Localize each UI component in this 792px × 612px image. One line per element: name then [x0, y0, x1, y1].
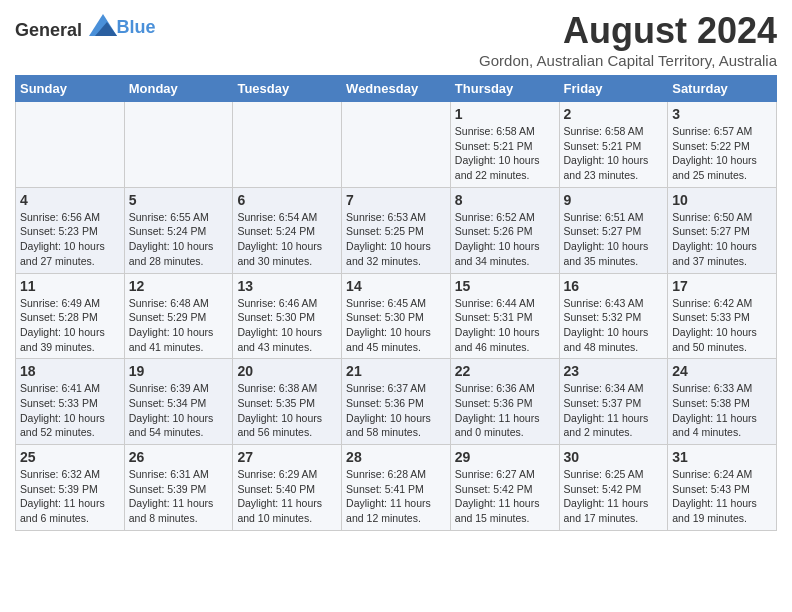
cell-info: Sunrise: 6:27 AM Sunset: 5:42 PM Dayligh… — [455, 467, 555, 526]
calendar-cell: 24Sunrise: 6:33 AM Sunset: 5:38 PM Dayli… — [668, 359, 777, 445]
cell-info: Sunrise: 6:56 AM Sunset: 5:23 PM Dayligh… — [20, 210, 120, 269]
day-of-week-header: Wednesday — [342, 76, 451, 102]
calendar-cell: 14Sunrise: 6:45 AM Sunset: 5:30 PM Dayli… — [342, 273, 451, 359]
cell-info: Sunrise: 6:32 AM Sunset: 5:39 PM Dayligh… — [20, 467, 120, 526]
cell-info: Sunrise: 6:34 AM Sunset: 5:37 PM Dayligh… — [564, 381, 664, 440]
cell-info: Sunrise: 6:24 AM Sunset: 5:43 PM Dayligh… — [672, 467, 772, 526]
cell-info: Sunrise: 6:42 AM Sunset: 5:33 PM Dayligh… — [672, 296, 772, 355]
calendar-cell: 23Sunrise: 6:34 AM Sunset: 5:37 PM Dayli… — [559, 359, 668, 445]
cell-info: Sunrise: 6:51 AM Sunset: 5:27 PM Dayligh… — [564, 210, 664, 269]
calendar-cell: 31Sunrise: 6:24 AM Sunset: 5:43 PM Dayli… — [668, 445, 777, 531]
day-of-week-header: Sunday — [16, 76, 125, 102]
cell-info: Sunrise: 6:25 AM Sunset: 5:42 PM Dayligh… — [564, 467, 664, 526]
calendar-cell — [233, 102, 342, 188]
calendar-cell: 17Sunrise: 6:42 AM Sunset: 5:33 PM Dayli… — [668, 273, 777, 359]
calendar-cell: 29Sunrise: 6:27 AM Sunset: 5:42 PM Dayli… — [450, 445, 559, 531]
calendar-cell: 9Sunrise: 6:51 AM Sunset: 5:27 PM Daylig… — [559, 187, 668, 273]
month-year: August 2024 — [479, 10, 777, 52]
day-number: 12 — [129, 278, 229, 294]
day-number: 27 — [237, 449, 337, 465]
calendar-week-row: 25Sunrise: 6:32 AM Sunset: 5:39 PM Dayli… — [16, 445, 777, 531]
logo-blue: Blue — [117, 17, 156, 37]
day-number: 15 — [455, 278, 555, 294]
cell-info: Sunrise: 6:48 AM Sunset: 5:29 PM Dayligh… — [129, 296, 229, 355]
day-number: 8 — [455, 192, 555, 208]
day-of-week-header: Tuesday — [233, 76, 342, 102]
calendar-cell: 25Sunrise: 6:32 AM Sunset: 5:39 PM Dayli… — [16, 445, 125, 531]
logo-icon — [89, 14, 117, 36]
day-number: 22 — [455, 363, 555, 379]
calendar-cell: 10Sunrise: 6:50 AM Sunset: 5:27 PM Dayli… — [668, 187, 777, 273]
day-of-week-header: Thursday — [450, 76, 559, 102]
day-number: 6 — [237, 192, 337, 208]
calendar-cell: 3Sunrise: 6:57 AM Sunset: 5:22 PM Daylig… — [668, 102, 777, 188]
day-number: 17 — [672, 278, 772, 294]
calendar-cell: 2Sunrise: 6:58 AM Sunset: 5:21 PM Daylig… — [559, 102, 668, 188]
day-number: 25 — [20, 449, 120, 465]
day-number: 30 — [564, 449, 664, 465]
cell-info: Sunrise: 6:36 AM Sunset: 5:36 PM Dayligh… — [455, 381, 555, 440]
day-number: 23 — [564, 363, 664, 379]
cell-info: Sunrise: 6:46 AM Sunset: 5:30 PM Dayligh… — [237, 296, 337, 355]
calendar-cell: 7Sunrise: 6:53 AM Sunset: 5:25 PM Daylig… — [342, 187, 451, 273]
day-number: 4 — [20, 192, 120, 208]
logo-general: General — [15, 20, 82, 40]
cell-info: Sunrise: 6:53 AM Sunset: 5:25 PM Dayligh… — [346, 210, 446, 269]
title-area: August 2024 Gordon, Australian Capital T… — [479, 10, 777, 69]
day-number: 10 — [672, 192, 772, 208]
header: General Blue August 2024 Gordon, Austral… — [15, 10, 777, 69]
day-number: 13 — [237, 278, 337, 294]
day-number: 20 — [237, 363, 337, 379]
day-number: 9 — [564, 192, 664, 208]
cell-info: Sunrise: 6:54 AM Sunset: 5:24 PM Dayligh… — [237, 210, 337, 269]
calendar-cell: 13Sunrise: 6:46 AM Sunset: 5:30 PM Dayli… — [233, 273, 342, 359]
calendar-cell: 27Sunrise: 6:29 AM Sunset: 5:40 PM Dayli… — [233, 445, 342, 531]
calendar-cell: 16Sunrise: 6:43 AM Sunset: 5:32 PM Dayli… — [559, 273, 668, 359]
cell-info: Sunrise: 6:57 AM Sunset: 5:22 PM Dayligh… — [672, 124, 772, 183]
cell-info: Sunrise: 6:39 AM Sunset: 5:34 PM Dayligh… — [129, 381, 229, 440]
day-number: 2 — [564, 106, 664, 122]
calendar-cell: 21Sunrise: 6:37 AM Sunset: 5:36 PM Dayli… — [342, 359, 451, 445]
calendar-cell: 28Sunrise: 6:28 AM Sunset: 5:41 PM Dayli… — [342, 445, 451, 531]
calendar-table: SundayMondayTuesdayWednesdayThursdayFrid… — [15, 75, 777, 531]
day-number: 29 — [455, 449, 555, 465]
day-of-week-header: Friday — [559, 76, 668, 102]
cell-info: Sunrise: 6:31 AM Sunset: 5:39 PM Dayligh… — [129, 467, 229, 526]
cell-info: Sunrise: 6:44 AM Sunset: 5:31 PM Dayligh… — [455, 296, 555, 355]
calendar-cell: 26Sunrise: 6:31 AM Sunset: 5:39 PM Dayli… — [124, 445, 233, 531]
calendar-cell: 6Sunrise: 6:54 AM Sunset: 5:24 PM Daylig… — [233, 187, 342, 273]
day-number: 7 — [346, 192, 446, 208]
calendar-cell: 22Sunrise: 6:36 AM Sunset: 5:36 PM Dayli… — [450, 359, 559, 445]
day-number: 5 — [129, 192, 229, 208]
calendar-cell: 8Sunrise: 6:52 AM Sunset: 5:26 PM Daylig… — [450, 187, 559, 273]
day-of-week-header: Saturday — [668, 76, 777, 102]
day-number: 28 — [346, 449, 446, 465]
calendar-header-row: SundayMondayTuesdayWednesdayThursdayFrid… — [16, 76, 777, 102]
cell-info: Sunrise: 6:28 AM Sunset: 5:41 PM Dayligh… — [346, 467, 446, 526]
cell-info: Sunrise: 6:33 AM Sunset: 5:38 PM Dayligh… — [672, 381, 772, 440]
calendar-week-row: 18Sunrise: 6:41 AM Sunset: 5:33 PM Dayli… — [16, 359, 777, 445]
cell-info: Sunrise: 6:58 AM Sunset: 5:21 PM Dayligh… — [564, 124, 664, 183]
cell-info: Sunrise: 6:38 AM Sunset: 5:35 PM Dayligh… — [237, 381, 337, 440]
calendar-cell: 15Sunrise: 6:44 AM Sunset: 5:31 PM Dayli… — [450, 273, 559, 359]
cell-info: Sunrise: 6:55 AM Sunset: 5:24 PM Dayligh… — [129, 210, 229, 269]
day-number: 16 — [564, 278, 664, 294]
day-number: 21 — [346, 363, 446, 379]
calendar-week-row: 4Sunrise: 6:56 AM Sunset: 5:23 PM Daylig… — [16, 187, 777, 273]
cell-info: Sunrise: 6:49 AM Sunset: 5:28 PM Dayligh… — [20, 296, 120, 355]
cell-info: Sunrise: 6:52 AM Sunset: 5:26 PM Dayligh… — [455, 210, 555, 269]
calendar-cell: 19Sunrise: 6:39 AM Sunset: 5:34 PM Dayli… — [124, 359, 233, 445]
day-number: 18 — [20, 363, 120, 379]
calendar-cell — [124, 102, 233, 188]
day-number: 19 — [129, 363, 229, 379]
cell-info: Sunrise: 6:58 AM Sunset: 5:21 PM Dayligh… — [455, 124, 555, 183]
calendar-cell — [16, 102, 125, 188]
cell-info: Sunrise: 6:50 AM Sunset: 5:27 PM Dayligh… — [672, 210, 772, 269]
calendar-week-row: 1Sunrise: 6:58 AM Sunset: 5:21 PM Daylig… — [16, 102, 777, 188]
cell-info: Sunrise: 6:37 AM Sunset: 5:36 PM Dayligh… — [346, 381, 446, 440]
calendar-cell: 30Sunrise: 6:25 AM Sunset: 5:42 PM Dayli… — [559, 445, 668, 531]
calendar-cell — [342, 102, 451, 188]
calendar-cell: 11Sunrise: 6:49 AM Sunset: 5:28 PM Dayli… — [16, 273, 125, 359]
day-number: 1 — [455, 106, 555, 122]
calendar-cell: 4Sunrise: 6:56 AM Sunset: 5:23 PM Daylig… — [16, 187, 125, 273]
